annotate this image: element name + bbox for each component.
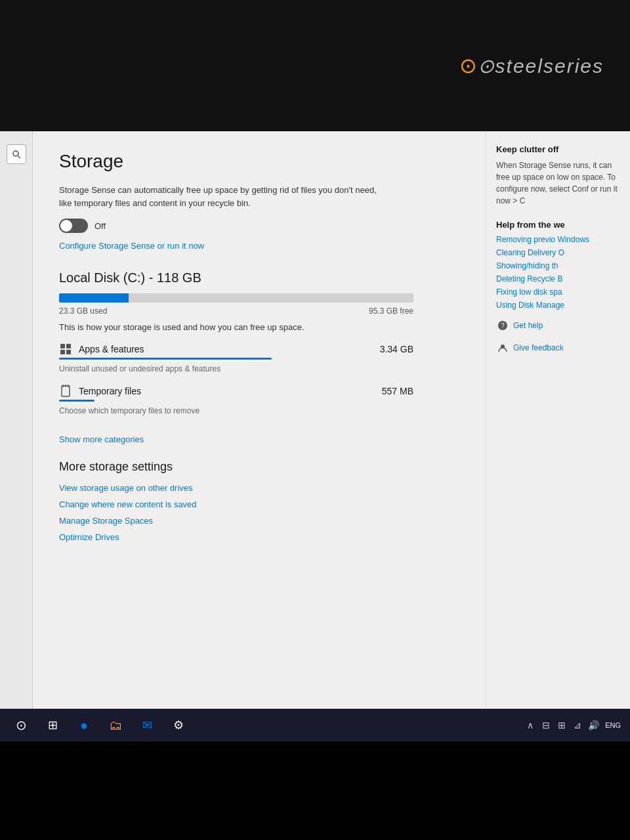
give-feedback-row: Give feedback: [496, 341, 620, 354]
taskbar-mail-button[interactable]: ✉: [133, 711, 161, 740]
storage-free-label: 95.3 GB free: [369, 306, 413, 316]
taskbar-network-icon[interactable]: ⊞: [555, 719, 568, 732]
sidebar: [0, 131, 33, 709]
keep-clutter-text: When Storage Sense runs, it can free up …: [496, 159, 620, 207]
svg-rect-3: [66, 344, 71, 348]
bottom-area: [0, 742, 630, 840]
disk-title: Local Disk (C:) - 118 GB: [59, 270, 459, 285]
help-link-deleting[interactable]: Deleting Recycle B: [496, 274, 620, 284]
storage-sense-description: Storage Sense can automatically free up …: [59, 184, 387, 209]
taskbar-security-icon[interactable]: ⊟: [539, 719, 553, 732]
temp-files-item[interactable]: Temporary files 557 MB Choose which temp…: [59, 385, 413, 416]
give-feedback-icon: [496, 341, 509, 354]
storage-bar-labels: 23.3 GB used 95.3 GB free: [59, 306, 413, 316]
top-bar: ⊙⊙steelseries: [0, 0, 630, 131]
storage-description: This is how your storage is used and how…: [59, 322, 459, 332]
page-title: Storage: [59, 151, 459, 172]
logo-dot: ⊙: [459, 54, 478, 77]
main-content: Storage Storage Sense can automatically …: [33, 131, 486, 709]
svg-text:?: ?: [501, 322, 505, 329]
temp-files-name: Temporary files: [79, 386, 141, 396]
taskbar-lang: ENG: [602, 721, 623, 729]
disk-section: Local Disk (C:) - 118 GB 23.3 GB used 95…: [59, 270, 459, 416]
help-link-clearing[interactable]: Clearing Delivery O: [496, 248, 620, 257]
configure-link[interactable]: Configure Storage Sense or run it now: [59, 241, 204, 251]
svg-rect-6: [62, 386, 70, 396]
search-icon: [12, 150, 21, 159]
taskbar-chevron-icon[interactable]: ∧: [524, 719, 537, 732]
storage-used-label: 23.3 GB used: [59, 306, 107, 316]
apps-features-item[interactable]: Apps & features 3.34 GB Uninstall unused…: [59, 343, 413, 374]
get-help-icon: ?: [496, 319, 509, 332]
get-help-link[interactable]: Get help: [513, 321, 543, 330]
apps-features-bar: [59, 358, 272, 360]
temp-files-bar: [59, 400, 94, 402]
apps-features-size: 3.34 GB: [380, 344, 413, 354]
taskbar-edge-button[interactable]: ●: [70, 711, 98, 740]
toggle-knob: [60, 220, 72, 232]
help-link-showing[interactable]: Showing/hiding th: [496, 261, 620, 270]
more-settings-title: More storage settings: [59, 460, 459, 474]
give-feedback-link[interactable]: Give feedback: [513, 343, 564, 352]
toggle-row: Off: [59, 219, 459, 233]
taskbar-start-button[interactable]: ⊙: [7, 711, 35, 740]
help-link-using[interactable]: Using Disk Manage: [496, 301, 620, 310]
svg-rect-5: [66, 350, 71, 354]
taskbar-task-view[interactable]: ⊞: [38, 711, 67, 740]
apps-features-sublabel: Uninstall unused or undesired apps & fea…: [59, 364, 220, 373]
taskbar: ⊙ ⊞ ● 🗂 ✉ ⚙ ∧ ⊟ ⊞ ⊿ 🔊 ENG: [0, 709, 630, 742]
view-storage-link[interactable]: View storage usage on other drives: [59, 483, 459, 493]
svg-point-0: [13, 151, 18, 156]
help-link-fixing[interactable]: Fixing low disk spa: [496, 287, 620, 297]
right-panel: Keep clutter off When Storage Sense runs…: [486, 131, 630, 709]
svg-rect-2: [60, 344, 65, 348]
help-link-removing[interactable]: Removing previo Windows: [496, 235, 620, 244]
change-content-link[interactable]: Change where new content is saved: [59, 499, 459, 509]
keep-clutter-title: Keep clutter off: [496, 144, 620, 154]
temp-icon: [59, 385, 72, 398]
taskbar-volume-icon[interactable]: 🔊: [587, 719, 600, 732]
temp-files-sublabel: Choose which temporary files to remove: [59, 406, 200, 415]
taskbar-settings-button[interactable]: ⚙: [164, 711, 193, 740]
help-title: Help from the we: [496, 220, 620, 230]
get-help-row: ? Get help: [496, 319, 620, 332]
manage-spaces-link[interactable]: Manage Storage Spaces: [59, 516, 459, 526]
svg-rect-4: [60, 350, 65, 354]
sidebar-search-button[interactable]: [7, 144, 26, 164]
apps-icon: [59, 343, 72, 356]
storage-sense-toggle[interactable]: [59, 219, 88, 233]
apps-features-name: Apps & features: [79, 344, 144, 354]
taskbar-right: ∧ ⊟ ⊞ ⊿ 🔊 ENG: [524, 719, 623, 732]
storage-bar-used: [59, 293, 129, 303]
taskbar-files-button[interactable]: 🗂: [101, 711, 130, 740]
show-more-link[interactable]: Show more categories: [59, 434, 144, 444]
temp-files-size: 557 MB: [382, 386, 413, 396]
optimize-drives-link[interactable]: Optimize Drives: [59, 532, 459, 542]
taskbar-signal-icon[interactable]: ⊿: [571, 719, 584, 732]
steelseries-logo: ⊙⊙steelseries: [459, 53, 604, 78]
main-screen: Storage Storage Sense can automatically …: [0, 131, 630, 709]
storage-bar-container: [59, 293, 413, 303]
svg-line-1: [18, 156, 20, 159]
toggle-label: Off: [94, 221, 106, 231]
